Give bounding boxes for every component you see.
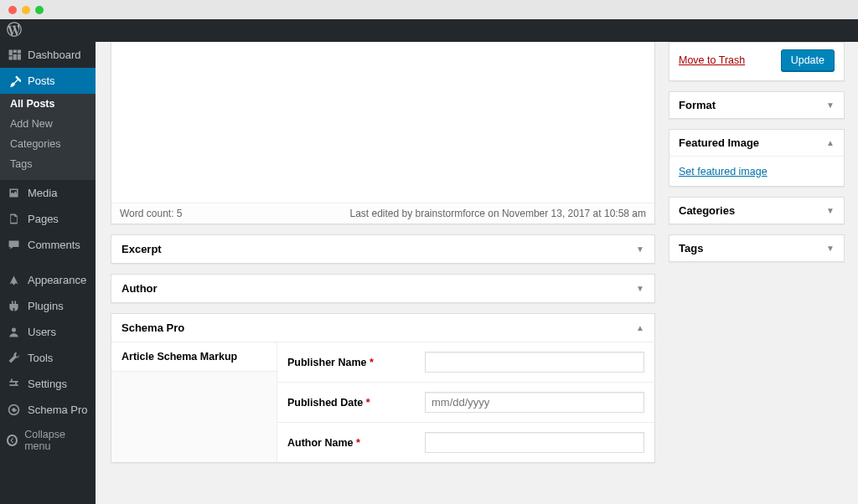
pages-icon xyxy=(7,212,21,226)
sidebar-item-label: Schema Pro xyxy=(28,404,88,416)
tags-box: Tags ▼ xyxy=(669,234,845,262)
tags-box-header[interactable]: Tags ▼ xyxy=(669,235,844,261)
excerpt-panel-header[interactable]: Excerpt ▼ xyxy=(111,235,654,263)
submenu-tags[interactable]: Tags xyxy=(0,154,96,174)
categories-box-header[interactable]: Categories ▼ xyxy=(669,198,844,224)
sidebar-item-label: Media xyxy=(28,187,57,199)
sidebar-item-plugins[interactable]: Plugins xyxy=(0,293,96,319)
box-title: Format xyxy=(679,99,716,111)
sidebar-item-dashboard[interactable]: Dashboard xyxy=(0,42,96,68)
box-title: Categories xyxy=(679,204,735,217)
sidebar-item-tools[interactable]: Tools xyxy=(0,345,96,371)
label-author-name: Author Name xyxy=(287,437,353,449)
sidebar-item-users[interactable]: Users xyxy=(0,319,96,345)
box-title: Tags xyxy=(679,242,703,255)
sidebar-item-posts[interactable]: Posts xyxy=(0,68,96,94)
appearance-icon xyxy=(7,273,21,287)
featured-image-header[interactable]: Featured Image ▲ xyxy=(669,130,844,156)
last-edited: Last edited by brainstormforce on Novemb… xyxy=(349,208,646,219)
label-publisher: Publisher Name xyxy=(287,357,366,368)
pin-icon xyxy=(7,74,21,88)
sidebar-item-label: Dashboard xyxy=(28,49,81,61)
schema-row-published-date: Published Date * xyxy=(277,383,654,423)
collapse-icon xyxy=(7,435,18,446)
comments-icon xyxy=(7,238,21,252)
settings-icon xyxy=(7,377,21,391)
editor-area[interactable]: Word count: 5 Last edited by brainstormf… xyxy=(111,42,655,224)
panel-title: Author xyxy=(121,282,158,295)
sidebar-item-settings[interactable]: Settings xyxy=(0,371,96,397)
sidebar-item-label: Comments xyxy=(28,239,80,251)
author-panel: Author ▼ xyxy=(111,274,655,303)
sidebar-item-schema-pro[interactable]: Schema Pro xyxy=(0,397,96,423)
schema-sidebar: Article Schema Markup xyxy=(111,342,277,462)
users-icon xyxy=(7,325,21,339)
close-dot[interactable] xyxy=(8,6,17,14)
submenu-all-posts[interactable]: All Posts xyxy=(0,94,96,114)
chevron-up-icon: ▲ xyxy=(826,138,835,147)
editor-footer: Word count: 5 Last edited by brainstormf… xyxy=(111,203,654,224)
window-chrome xyxy=(0,0,858,19)
editor-body[interactable] xyxy=(111,42,654,203)
chevron-down-icon: ▼ xyxy=(826,206,835,215)
author-name-input[interactable] xyxy=(425,432,644,453)
sidebar-item-label: Posts xyxy=(28,75,55,87)
wordpress-logo-icon[interactable] xyxy=(7,22,22,39)
panel-title: Excerpt xyxy=(121,243,162,255)
sidebar-item-media[interactable]: Media xyxy=(0,180,96,206)
box-title: Featured Image xyxy=(679,136,759,149)
collapse-label: Collapse menu xyxy=(24,429,89,452)
sidebar-item-label: Settings xyxy=(28,378,67,390)
published-date-input[interactable] xyxy=(425,392,644,413)
maximize-dot[interactable] xyxy=(35,6,44,14)
publisher-name-input[interactable] xyxy=(425,352,644,373)
sidebar-item-appearance[interactable]: Appearance xyxy=(0,267,96,293)
required-mark: * xyxy=(370,357,374,368)
move-to-trash-link[interactable]: Move to Trash xyxy=(679,54,745,66)
categories-box: Categories ▼ xyxy=(669,197,845,224)
schema-pro-panel-header[interactable]: Schema Pro ▲ xyxy=(111,314,654,342)
featured-image-box: Featured Image ▲ Set featured image xyxy=(669,129,845,187)
chevron-down-icon: ▼ xyxy=(826,100,835,110)
required-mark: * xyxy=(356,437,360,449)
schema-pro-icon xyxy=(7,403,21,417)
sidebar-item-pages[interactable]: Pages xyxy=(0,206,96,232)
sidebar-item-label: Appearance xyxy=(28,274,86,286)
submenu-add-new[interactable]: Add New xyxy=(0,114,96,134)
schema-row-publisher: Publisher Name * xyxy=(277,342,654,383)
sidebar-item-comments[interactable]: Comments xyxy=(0,232,96,258)
format-box-header[interactable]: Format ▼ xyxy=(669,92,844,118)
chevron-down-icon: ▼ xyxy=(636,284,644,293)
format-box: Format ▼ xyxy=(669,91,845,119)
schema-pro-panel: Schema Pro ▲ Article Schema Markup Publi… xyxy=(111,313,655,463)
svg-point-0 xyxy=(12,327,16,332)
chevron-up-icon: ▲ xyxy=(636,323,644,332)
excerpt-panel: Excerpt ▼ xyxy=(111,234,655,264)
sidebar-item-label: Plugins xyxy=(28,300,64,312)
word-count: Word count: 5 xyxy=(120,208,182,219)
dashboard-icon xyxy=(7,48,21,62)
sidebar-item-label: Users xyxy=(28,326,56,338)
tools-icon xyxy=(7,351,21,365)
admin-bar xyxy=(0,19,858,42)
schema-row-author-name: Author Name * xyxy=(277,423,654,462)
schema-tab-article[interactable]: Article Schema Markup xyxy=(111,342,277,372)
posts-submenu: All Posts Add New Categories Tags xyxy=(0,94,96,180)
collapse-menu[interactable]: Collapse menu xyxy=(0,423,96,458)
media-icon xyxy=(7,186,21,200)
set-featured-image-link[interactable]: Set featured image xyxy=(679,166,768,177)
panel-title: Schema Pro xyxy=(121,321,184,334)
submenu-categories[interactable]: Categories xyxy=(0,134,96,154)
label-published-date: Published Date xyxy=(287,397,363,409)
publish-box: Move to Trash Update xyxy=(669,42,845,81)
admin-sidebar: Dashboard Posts All Posts Add New Catego… xyxy=(0,42,96,504)
chevron-down-icon: ▼ xyxy=(636,244,644,254)
sidebar-item-label: Tools xyxy=(28,352,53,364)
author-panel-header[interactable]: Author ▼ xyxy=(111,275,654,302)
plugins-icon xyxy=(7,299,21,313)
update-button[interactable]: Update xyxy=(781,49,835,71)
minimize-dot[interactable] xyxy=(22,6,30,14)
sidebar-item-label: Pages xyxy=(28,213,59,225)
chevron-down-icon: ▼ xyxy=(826,244,835,253)
required-mark: * xyxy=(366,397,370,409)
